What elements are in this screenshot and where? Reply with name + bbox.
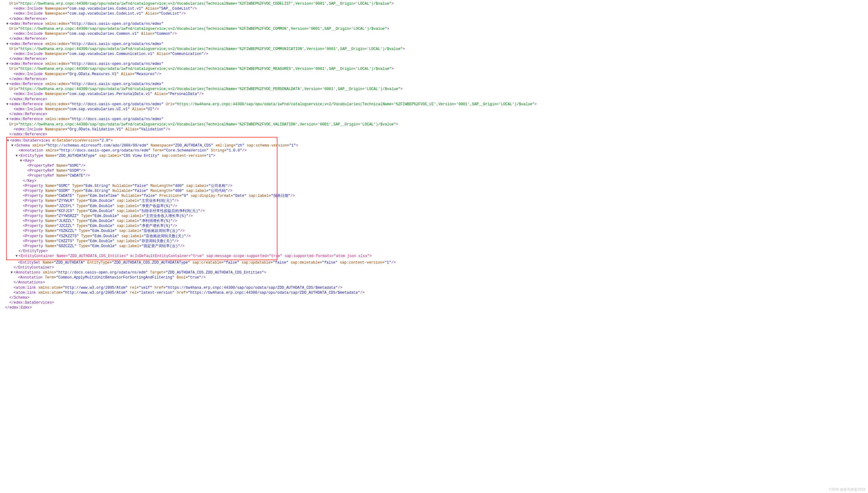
xml-line: <edmx:Include Namespace="com.sap.vocabul… xyxy=(2,11,866,16)
xml-line: <Property Name="ZYYWLR" Type="Edm.Double… xyxy=(7,198,277,203)
xml-line: <edmx:Include Namespace="com.sap.vocabul… xyxy=(2,6,866,11)
xml-line: ▼<edmx:Reference xmlns:edmx="http://docs… xyxy=(2,62,866,66)
xml-line: ▼<EntityContainer Name="ZDD_AUTHDATA_CDS… xyxy=(7,254,277,259)
collapse-icon[interactable]: ▼ xyxy=(6,62,9,66)
xml-line: Uri="https://bw4hana.erp.cnpc:44300/sap/… xyxy=(2,47,866,51)
xml-line: ▼<edmx:DataServices m:DataServiceVersion… xyxy=(7,138,277,143)
collapse-icon[interactable]: ▼ xyxy=(6,82,9,87)
collapse-icon[interactable]: ▼ xyxy=(16,153,19,158)
collapse-icon[interactable]: ▼ xyxy=(10,270,14,275)
xml-line: <edmx:Include Namespace="com.sap.vocabul… xyxy=(2,31,866,36)
xml-line: <Property Name="KCFJCX" Type="Edm.Double… xyxy=(7,209,277,214)
xml-line: <edmx:Include Namespace="com.sap.vocabul… xyxy=(2,51,866,57)
xml-line: <Property Name="ZYYWSRZZ" Type="Edm.Doub… xyxy=(7,214,277,218)
xml-line: <Property Name="JZCZZL" Type="Edm.Double… xyxy=(7,223,277,229)
xml-line: <PropertyRef Name="CWDATE"/> xyxy=(7,173,277,178)
xml-line: <Property Name="JLRZZL" Type="Edm.Double… xyxy=(7,218,277,223)
xml-line: Uri="https://bw4hana.erp.cnpc:44300/sap/… xyxy=(2,87,866,91)
xml-line: </edmx:DataServices> xyxy=(2,300,866,305)
xml-line: ▼<edmx:Reference xmlns:edmx="http://docs… xyxy=(2,82,866,87)
xml-line: <EntitySet Name="ZDD_AUTHDATA" EntityTyp… xyxy=(2,260,866,265)
collapse-icon[interactable]: ▼ xyxy=(6,21,9,26)
collapse-icon[interactable]: ▼ xyxy=(11,143,14,148)
xml-line: ▼<edmx:Reference xmlns:edmx="http://docs… xyxy=(2,42,866,47)
collapse-icon[interactable]: ▼ xyxy=(6,117,9,122)
xml-line: <PropertyRef Name="GSDM"/> xyxy=(7,168,277,173)
xml-line: </Schema> xyxy=(2,295,866,300)
xml-line: <edmx:Include Namespace="Org.OData.Valid… xyxy=(2,127,866,132)
xml-line: Uri="https://bw4hana.erp.cnpc:44300/sap/… xyxy=(2,122,866,127)
xml-line: ▼<EntityType Name="ZDD_AUTHDATAType" sap… xyxy=(7,153,277,158)
xml-line: <Property Name="YSZKZZTS" Type="Edm.Doub… xyxy=(7,234,277,239)
xml-line: </edmx:Reference> xyxy=(2,77,866,82)
xml-line: </edmx:Reference> xyxy=(2,132,866,137)
xml-line: <Property Name="YSZKZZL" Type="Edm.Doubl… xyxy=(7,229,277,233)
xml-line: </edmx:Edmx> xyxy=(2,305,866,310)
xml-line: ▼<edmx:Reference xmlns:edmx="http://docs… xyxy=(2,21,866,26)
xml-line: <Property Name="GDZCZZL" Type="Edm.Doubl… xyxy=(7,244,277,249)
xml-line: </EntityContainer> xyxy=(2,265,866,270)
collapse-icon[interactable]: ▼ xyxy=(7,138,10,143)
xml-line: Uri="https://bw4hana.erp.cnpc:44300/sap/… xyxy=(2,66,866,71)
xml-line: <edmx:Include Namespace="Org.OData.Measu… xyxy=(2,72,866,77)
xml-line: <Property Name="CHZZTS" Type="Edm.Double… xyxy=(7,239,277,244)
xml-line: <Annotation xmlns="http://docs.oasis-ope… xyxy=(7,148,277,153)
xml-line: <edmx:Include Namespace="com.sap.vocabul… xyxy=(2,91,866,97)
xml-line: <Property Name="CWDATE" Type="Edm.DateTi… xyxy=(7,193,277,198)
collapse-icon[interactable]: ▼ xyxy=(20,158,23,163)
collapse-icon[interactable]: ▼ xyxy=(16,254,19,259)
xml-line: <PropertyRef Name="GSMC"/> xyxy=(7,163,277,168)
xml-line: Uri="https://bw4hana.erp.cnpc:44300/sap/… xyxy=(2,26,866,31)
xml-line: </Key> xyxy=(7,178,277,184)
xml-line: </edmx:Reference> xyxy=(2,57,866,62)
highlighted-region: ▼<edmx:DataServices m:DataServiceVersion… xyxy=(6,137,277,260)
xml-line: ▼<Schema xmlns="http://schemas.microsoft… xyxy=(7,143,277,148)
xml-line: </edmx:Reference> xyxy=(2,17,866,21)
xml-line: </EntityType> xyxy=(7,249,277,254)
xml-line: <atom:link xmlns:atom="http://www.w3.org… xyxy=(2,285,866,290)
xml-line: ▼<edmx:Reference xmlns:edmx="http://docs… xyxy=(2,102,866,107)
xml-line: </edmx:Reference> xyxy=(2,112,866,117)
xml-line: </Annotations> xyxy=(2,280,866,285)
xml-line: ▼<edmx:Reference xmlns:edmx="http://docs… xyxy=(2,117,866,122)
xml-line: <Property Name="GSDM" Type="Edm.String" … xyxy=(7,189,277,193)
xml-line: <atom:link xmlns:atom="http://www.w3.org… xyxy=(2,290,866,295)
xml-line: <Property Name="JZCSYL" Type="Edm.Double… xyxy=(7,203,277,209)
xml-line: </edmx:Reference> xyxy=(2,97,866,102)
xml-line: <Annotation Term="Common.ApplyMultiUnitB… xyxy=(2,275,866,280)
xml-line: ▼<Annotations xmlns="http://docs.oasis-o… xyxy=(2,270,866,275)
xml-line: <edmx:Include Namespace="com.sap.vocabul… xyxy=(2,107,866,112)
xml-line: Uri="https://bw4hana.erp.cnpc:44300/sap/… xyxy=(2,1,866,6)
collapse-icon[interactable]: ▼ xyxy=(6,42,9,47)
xml-line: <Property Name="GSMC" Type="Edm.String" … xyxy=(7,184,277,189)
xml-line: ▼<Key> xyxy=(7,158,277,163)
xml-tree: Uri="https://bw4hana.erp.cnpc:44300/sap/… xyxy=(2,1,866,310)
xml-line: </edmx:Reference> xyxy=(2,36,866,41)
collapse-icon[interactable]: ▼ xyxy=(6,102,9,107)
